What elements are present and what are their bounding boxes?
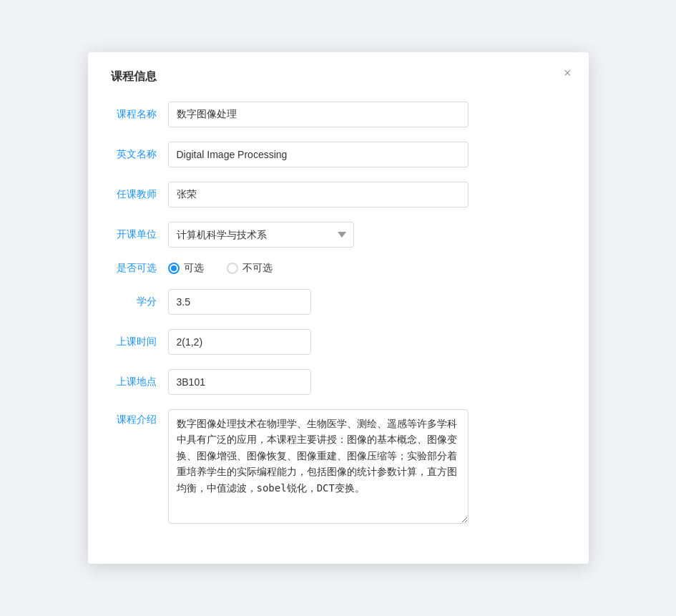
department-row: 开课单位 计算机科学与技术系软件工程系信息工程系电子工程系 — [111, 222, 566, 248]
course-name-label: 课程名称 — [111, 108, 168, 121]
description-row: 课程介绍 数字图像处理技术在物理学、生物医学、测绘、遥感等许多学科中具有广泛的应… — [111, 409, 566, 527]
description-label: 课程介绍 — [111, 409, 168, 426]
description-control: 数字图像处理技术在物理学、生物医学、测绘、遥感等许多学科中具有广泛的应用，本课程… — [168, 409, 469, 527]
description-textarea[interactable]: 数字图像处理技术在物理学、生物医学、测绘、遥感等许多学科中具有广泛的应用，本课程… — [168, 409, 469, 524]
class-location-row: 上课地点 — [111, 369, 566, 395]
elective-yes-radio[interactable] — [168, 263, 180, 274]
teacher-control — [168, 182, 469, 207]
teacher-input[interactable] — [168, 182, 469, 207]
dialog-title: 课程信息 — [111, 69, 566, 84]
teacher-row: 任课教师 — [111, 182, 566, 207]
course-name-row: 课程名称 — [111, 102, 566, 127]
elective-no-radio[interactable] — [227, 263, 238, 274]
elective-row: 是否可选 可选 不可选 — [111, 262, 566, 275]
course-info-dialog: 课程信息 × 课程名称 英文名称 任课教师 开课单位 计算机科学与技术系软件工程… — [88, 52, 589, 564]
credits-row: 学分 — [111, 289, 566, 315]
english-name-label: 英文名称 — [111, 148, 168, 161]
class-location-label: 上课地点 — [111, 376, 168, 388]
english-name-input[interactable] — [168, 142, 469, 167]
credits-input[interactable] — [168, 289, 311, 315]
department-label: 开课单位 — [111, 228, 168, 241]
class-time-row: 上课时间 — [111, 329, 566, 355]
english-name-row: 英文名称 — [111, 142, 566, 167]
class-time-input[interactable] — [168, 329, 311, 355]
elective-no-option[interactable]: 不可选 — [227, 262, 273, 275]
elective-yes-option[interactable]: 可选 — [168, 262, 204, 275]
class-time-label: 上课时间 — [111, 336, 168, 348]
department-control: 计算机科学与技术系软件工程系信息工程系电子工程系 — [168, 222, 469, 248]
class-location-input[interactable] — [168, 369, 311, 395]
teacher-label: 任课教师 — [111, 188, 168, 201]
elective-control: 可选 不可选 — [168, 262, 469, 275]
close-button[interactable]: × — [564, 67, 572, 79]
course-name-control — [168, 102, 469, 127]
elective-yes-label: 可选 — [184, 262, 204, 275]
credits-label: 学分 — [111, 295, 168, 308]
department-select[interactable]: 计算机科学与技术系软件工程系信息工程系电子工程系 — [168, 222, 354, 248]
class-location-control — [168, 369, 311, 395]
elective-label: 是否可选 — [111, 262, 168, 275]
english-name-control — [168, 142, 469, 167]
credits-control — [168, 289, 311, 315]
elective-radio-group: 可选 不可选 — [168, 262, 469, 275]
course-name-input[interactable] — [168, 102, 469, 127]
class-time-control — [168, 329, 311, 355]
elective-no-label: 不可选 — [243, 262, 273, 275]
